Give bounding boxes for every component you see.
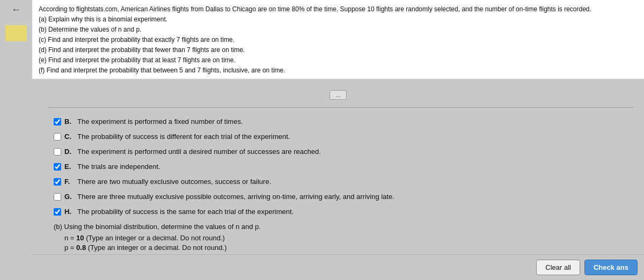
choice-c-text: The probability of success is different … [77, 132, 290, 141]
main-content: According to flightstats.com, American A… [32, 0, 644, 280]
question-part-c: (c) Find and interpret the probability t… [39, 35, 638, 45]
choice-g-row: G. There are three mutually exclusive po… [54, 193, 628, 202]
choice-h-row: H. The probability of success is the sam… [54, 208, 628, 217]
part-b-section: (b) Using the binomial distribution, det… [54, 223, 628, 252]
choice-b-text: The experiment is performed a fixed numb… [77, 117, 243, 126]
choice-f-checkbox[interactable] [54, 178, 61, 186]
choice-b-checkbox[interactable] [54, 118, 61, 126]
question-header: According to flightstats.com, American A… [32, 0, 644, 79]
part-b-label: (b) Using the binomial distribution, det… [54, 223, 628, 231]
choice-g-checkbox-wrapper[interactable] [54, 193, 61, 202]
clear-all-button[interactable]: Clear all [536, 260, 580, 275]
choice-f-checkbox-wrapper[interactable] [54, 178, 61, 187]
n-value: 10 [76, 234, 84, 242]
question-part-e: (e) Find and interpret the probability t… [39, 55, 638, 65]
choice-d-row: D. The experiment is performed until a d… [54, 148, 628, 157]
footer-bar: Clear all Check ans [32, 254, 644, 280]
content-area: ... B. The experiment is performed a fix… [32, 79, 644, 254]
choice-b-label: B. [64, 117, 74, 126]
back-arrow-icon[interactable]: ← [11, 4, 21, 16]
question-part-f: (f) Find and interpret the probability t… [39, 65, 638, 75]
answer-box: B. The experiment is performed a fixed n… [48, 112, 633, 254]
choice-e-checkbox-wrapper[interactable] [54, 163, 61, 172]
yellow-highlight-box [5, 25, 27, 41]
choice-d-checkbox-wrapper[interactable] [54, 148, 61, 157]
choice-e-row: E. The trials are independent. [54, 163, 628, 172]
choice-g-checkbox[interactable] [54, 193, 61, 201]
part-b-p: p = 0.8 (Type an integer or a decimal. D… [64, 244, 628, 252]
choice-c-row: C. The probability of success is differe… [54, 132, 628, 142]
choice-c-checkbox[interactable] [54, 133, 61, 141]
p-label: p = [64, 244, 74, 252]
p-note: (Type an integer or a decimal. Do not ro… [88, 244, 227, 252]
choice-g-text: There are three mutually exclusive possi… [77, 193, 394, 201]
top-row: ... [48, 85, 633, 103]
question-intro: According to flightstats.com, American A… [39, 4, 638, 14]
choice-e-text: The trials are independent. [77, 163, 160, 171]
part-b-n: n = 10 (Type an integer or a decimal. Do… [64, 234, 628, 242]
choice-f-label: F. [64, 178, 74, 186]
choice-b-checkbox-wrapper[interactable] [54, 118, 61, 127]
choice-d-checkbox[interactable] [54, 148, 61, 156]
expand-button[interactable]: ... [330, 90, 346, 100]
choice-h-checkbox[interactable] [54, 208, 61, 216]
choice-e-checkbox[interactable] [54, 163, 61, 171]
separator [48, 107, 633, 108]
choice-c-label: C. [64, 132, 74, 141]
choice-g-label: G. [64, 193, 74, 201]
check-answer-button[interactable]: Check ans [584, 260, 638, 275]
n-note: (Type an integer or a decimal. Do not ro… [86, 234, 225, 242]
choice-d-text: The experiment is performed until a desi… [77, 148, 321, 156]
choice-d-label: D. [64, 148, 74, 156]
question-part-a: (a) Explain why this is a binomial exper… [39, 14, 638, 24]
choice-b-row: B. The experiment is performed a fixed n… [54, 117, 628, 127]
choice-h-label: H. [64, 208, 74, 216]
question-part-d: (d) Find and interpret the probability t… [39, 45, 638, 55]
choice-c-checkbox-wrapper[interactable] [54, 133, 61, 142]
question-part-b: (b) Determine the values of n and p. [39, 25, 638, 34]
choice-e-label: E. [64, 163, 74, 171]
p-value: 0.8 [76, 244, 86, 252]
n-label: n = [64, 234, 74, 242]
choice-f-row: F. There are two mutually exclusive outc… [54, 178, 628, 187]
choice-f-text: There are two mutually exclusive outcome… [77, 178, 271, 186]
part-b-values: n = 10 (Type an integer or a decimal. Do… [64, 234, 628, 252]
left-sidebar: ← [0, 0, 32, 280]
choice-h-text: The probability of success is the same f… [77, 208, 294, 216]
choice-h-checkbox-wrapper[interactable] [54, 208, 61, 217]
